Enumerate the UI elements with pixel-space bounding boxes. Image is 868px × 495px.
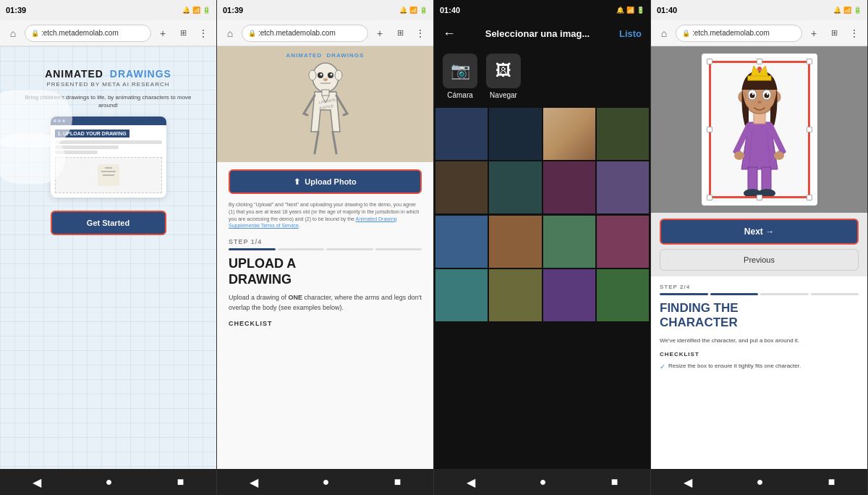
gallery-back-button[interactable]: ← xyxy=(443,26,456,41)
notification-icon: 🔔 xyxy=(182,7,190,14)
home-btn-1[interactable]: ⌂ xyxy=(4,25,22,42)
lock-icon-2: 🔒 xyxy=(248,30,256,37)
svg-point-30 xyxy=(757,101,762,103)
step-progress-2 xyxy=(229,248,422,250)
previous-button[interactable]: Previous xyxy=(660,249,859,271)
recent-nav-btn-2[interactable]: ■ xyxy=(394,475,401,488)
gallery-done-button[interactable]: Listo xyxy=(619,28,642,39)
back-nav-btn-4[interactable]: ◀ xyxy=(684,475,692,489)
grid-row-4 xyxy=(435,269,649,321)
home-nav-btn-3[interactable]: ● xyxy=(540,475,547,488)
phone-1: 01:39 🔔 📶 🔋 ⌂ 🔒 :etch.metademolab.com + … xyxy=(0,0,217,495)
grid-cell-2-2[interactable] xyxy=(489,161,541,213)
tabs-btn-2[interactable]: ⊞ xyxy=(391,25,409,42)
url-box-1[interactable]: 🔒 :etch.metademolab.com xyxy=(25,25,151,42)
wifi-signal-icon-2: 📶 xyxy=(409,7,417,14)
menu-btn-4[interactable]: ⋮ xyxy=(846,25,863,42)
thumbnail-3-2 xyxy=(489,216,541,268)
grid-cell-1-1[interactable] xyxy=(435,108,488,160)
edge-handle-b[interactable] xyxy=(757,195,762,200)
status-icons-3: 🔔 📶 🔋 xyxy=(616,7,644,14)
thumbnail-1-2 xyxy=(489,108,541,160)
thumbnail-4-3 xyxy=(543,269,595,321)
grid-cell-2-3[interactable] xyxy=(543,161,595,213)
recent-nav-btn-3[interactable]: ■ xyxy=(611,475,618,488)
grid-cell-1-2[interactable] xyxy=(489,108,541,160)
step-title-line1: UPLOAD A xyxy=(229,256,296,271)
recent-nav-btn-1[interactable]: ■ xyxy=(177,475,184,488)
url-box-4[interactable]: 🔒 :etch.metademolab.com xyxy=(676,25,802,42)
status-time-3: 01:40 xyxy=(440,6,460,14)
p4-step-dot-4 xyxy=(811,293,859,295)
get-started-button[interactable]: Get Started xyxy=(51,211,166,235)
recent-nav-btn-4[interactable]: ■ xyxy=(828,475,835,488)
next-btn-label: Next → xyxy=(744,227,774,237)
grid-cell-3-4[interactable] xyxy=(597,216,649,268)
home-nav-btn-4[interactable]: ● xyxy=(757,475,764,488)
grid-cell-4-1[interactable] xyxy=(435,269,488,321)
next-button[interactable]: Next → xyxy=(660,219,859,245)
svg-point-8 xyxy=(330,74,332,76)
home-btn-2[interactable]: ⌂ xyxy=(221,25,239,42)
step-dot-2 xyxy=(278,248,325,250)
corner-handle-br[interactable] xyxy=(807,195,812,200)
svg-point-28 xyxy=(752,93,753,95)
grid-cell-2-1[interactable] xyxy=(435,161,488,213)
corner-handle-bl[interactable] xyxy=(707,195,712,200)
top-drawing-image: ANIMATED DRAWINGS xyxy=(217,46,433,162)
back-nav-btn-3[interactable]: ◀ xyxy=(467,475,475,489)
thumbnail-3-3 xyxy=(543,216,595,268)
address-bar-1: ⌂ 🔒 :etch.metademolab.com + ⊞ ⋮ xyxy=(0,20,216,46)
preview-line-2 xyxy=(55,145,119,149)
home-btn-4[interactable]: ⌂ xyxy=(655,25,673,42)
back-nav-btn-2[interactable]: ◀ xyxy=(250,475,258,489)
grid-cell-1-4[interactable] xyxy=(597,108,649,160)
add-tab-btn-4[interactable]: + xyxy=(805,25,822,42)
add-tab-btn-1[interactable]: + xyxy=(154,25,171,42)
camera-option[interactable]: 📷 Cámara xyxy=(443,54,477,99)
svg-point-11 xyxy=(309,70,316,80)
menu-btn-2[interactable]: ⋮ xyxy=(412,25,429,42)
checklist-item-1: ✓ Resize the box to ensure it tightly fi… xyxy=(660,362,859,372)
tabs-btn-1[interactable]: ⊞ xyxy=(174,25,192,42)
face-thumbnail xyxy=(543,108,595,160)
corner-handle-tr[interactable] xyxy=(807,59,812,64)
upload-photo-button[interactable]: ⬆ Upload Photo xyxy=(229,169,422,194)
grid-cell-1-3[interactable] xyxy=(543,108,595,160)
menu-btn-1[interactable]: ⋮ xyxy=(195,25,212,42)
battery-icon-1: 🔋 xyxy=(203,7,210,14)
phone-2: 01:39 🔔 📶 🔋 ⌂ 🔒 :etch.metademolab.com + … xyxy=(217,0,434,495)
grid-cell-4-4[interactable] xyxy=(597,269,649,321)
add-tab-btn-2[interactable]: + xyxy=(371,25,388,42)
grid-cell-3-3[interactable] xyxy=(543,216,595,268)
grid-cell-3-1[interactable] xyxy=(435,216,488,268)
svg-rect-36 xyxy=(762,167,771,192)
nav-bar-2: ◀ ● ■ xyxy=(217,469,433,495)
edge-handle-l[interactable] xyxy=(707,127,712,132)
url-box-2[interactable]: 🔒 :etch.metademolab.com xyxy=(242,25,368,42)
back-nav-btn-1[interactable]: ◀ xyxy=(33,475,41,489)
corner-handle-tl[interactable] xyxy=(707,59,712,64)
phone-4: 01:40 🔔 📶 🔋 ⌂ 🔒 :etch.metademolab.com + … xyxy=(651,0,868,495)
terms-link[interactable]: Animated Drawing Supplemental Terms of S… xyxy=(229,216,397,229)
phone1-background: ANIMATED DRAWINGS PRESENTED BY META AI R… xyxy=(0,46,216,469)
edge-handle-r[interactable] xyxy=(807,127,812,132)
home-nav-btn-2[interactable]: ● xyxy=(323,475,330,488)
svg-point-12 xyxy=(335,70,342,80)
p4-step-dot-1 xyxy=(660,293,708,295)
edge-handle-t[interactable] xyxy=(757,59,762,64)
wifi-signal-icon: 📶 xyxy=(192,7,200,14)
grid-cell-2-4[interactable] xyxy=(597,161,649,213)
grid-cell-3-2[interactable] xyxy=(489,216,541,268)
lock-icon-1: 🔒 xyxy=(31,30,39,37)
tabs-btn-4[interactable]: ⊞ xyxy=(825,25,843,42)
step-section-2: STEP 1/4 UPLOAD A DRAWING Upload a drawi… xyxy=(217,229,433,337)
svg-point-33 xyxy=(734,151,744,160)
grid-cell-4-3[interactable] xyxy=(543,269,595,321)
home-nav-btn-1[interactable]: ● xyxy=(106,475,113,488)
phone3-content: ← Seleccionar una imag... Listo 📷 Cámara… xyxy=(434,20,650,469)
grid-cell-4-2[interactable] xyxy=(489,269,541,321)
step-description-2: Upload a drawing of ONE character, where… xyxy=(229,293,422,313)
browse-option[interactable]: 🖼 Navegar xyxy=(486,54,521,99)
disclaimer-text: By clicking "Upload" and "Next" and uplo… xyxy=(229,201,422,229)
